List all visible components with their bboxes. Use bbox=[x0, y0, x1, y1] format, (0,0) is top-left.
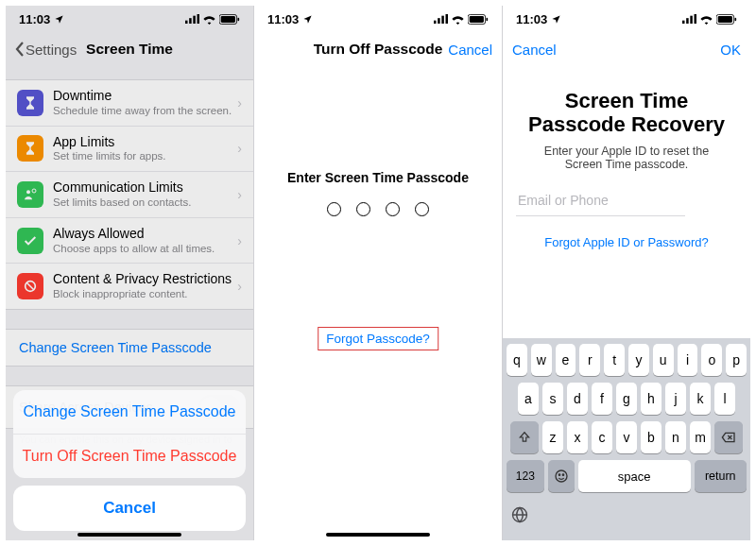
screen-settings: 11:03 Settings Screen Time bbox=[6, 6, 253, 540]
wifi-icon bbox=[699, 14, 713, 25]
cancel-button[interactable]: Cancel bbox=[448, 42, 492, 58]
row-downtime[interactable]: DowntimeSchedule time away from the scre… bbox=[6, 80, 253, 126]
letter-key[interactable]: k bbox=[690, 383, 711, 415]
letter-key[interactable]: h bbox=[641, 383, 662, 415]
cancel-button[interactable]: Cancel bbox=[512, 42, 557, 58]
row-sub: Choose apps to allow at all times. bbox=[53, 243, 237, 256]
letter-key[interactable]: r bbox=[579, 344, 600, 376]
svg-point-26 bbox=[562, 474, 563, 475]
chevron-right-icon: › bbox=[237, 187, 242, 202]
action-sheet: Change Screen Time Passcode Turn Off Scr… bbox=[13, 390, 246, 531]
letter-key[interactable]: c bbox=[592, 421, 612, 453]
checkmark-icon bbox=[17, 228, 43, 254]
shift-icon bbox=[518, 431, 531, 444]
keyboard-row: asdfghjkl bbox=[507, 383, 747, 415]
sheet-cancel[interactable]: Cancel bbox=[13, 486, 246, 531]
svg-rect-3 bbox=[198, 14, 200, 24]
svg-rect-23 bbox=[734, 17, 736, 20]
letter-key[interactable]: d bbox=[567, 383, 588, 415]
svg-rect-20 bbox=[695, 14, 697, 24]
letter-key[interactable]: n bbox=[665, 421, 686, 453]
home-indicator bbox=[326, 533, 430, 537]
letter-key[interactable]: y bbox=[628, 344, 649, 376]
apple-id-field[interactable] bbox=[516, 186, 685, 216]
backspace-key[interactable] bbox=[714, 421, 743, 453]
return-key[interactable]: return bbox=[695, 460, 747, 492]
emoji-key[interactable] bbox=[548, 460, 575, 492]
letter-key[interactable]: x bbox=[567, 421, 588, 453]
letter-key[interactable]: v bbox=[616, 421, 637, 453]
letter-key[interactable]: w bbox=[531, 344, 552, 376]
sheet-change-passcode[interactable]: Change Screen Time Passcode bbox=[13, 390, 246, 434]
status-time: 11:03 bbox=[19, 12, 50, 26]
nav-bar: Cancel OK bbox=[503, 32, 750, 66]
hourglass-icon bbox=[17, 135, 43, 162]
chevron-right-icon: › bbox=[237, 95, 242, 111]
space-key[interactable]: space bbox=[578, 460, 691, 492]
nav-bar: Settings Screen Time bbox=[6, 32, 253, 66]
svg-rect-5 bbox=[221, 16, 235, 23]
passcode-dot bbox=[356, 202, 370, 216]
signal-icon bbox=[682, 14, 696, 24]
row-always-allowed[interactable]: Always AllowedChoose apps to allow at al… bbox=[6, 217, 253, 264]
letter-key[interactable]: t bbox=[604, 344, 625, 376]
keyboard-row bbox=[507, 499, 747, 531]
sheet-turn-off-passcode[interactable]: Turn Off Screen Time Passcode bbox=[13, 434, 246, 478]
status-right bbox=[434, 14, 489, 25]
letter-key[interactable]: p bbox=[726, 344, 747, 376]
passcode-dots[interactable] bbox=[254, 202, 502, 216]
keyboard: qwertyuiop asdfghjkl zxcvbnm 123 space r… bbox=[503, 338, 750, 540]
keyboard-row: zxcvbnm bbox=[507, 421, 747, 453]
letter-key[interactable]: q bbox=[507, 344, 527, 376]
svg-rect-1 bbox=[189, 18, 192, 24]
letter-key[interactable]: u bbox=[653, 344, 674, 376]
row-title: Downtime bbox=[53, 88, 237, 104]
letter-key[interactable]: m bbox=[690, 421, 711, 453]
location-icon bbox=[54, 14, 64, 25]
row-communication-limits[interactable]: Communication LimitsSet limits based on … bbox=[6, 171, 253, 217]
letter-key[interactable]: b bbox=[641, 421, 662, 453]
nav-bar: Turn Off Passcode Cancel bbox=[254, 32, 502, 66]
emoji-icon bbox=[554, 469, 569, 484]
location-icon bbox=[551, 14, 561, 25]
row-title: App Limits bbox=[53, 134, 237, 150]
row-content-privacy[interactable]: Content & Privacy RestrictionsBlock inap… bbox=[6, 263, 253, 309]
letter-key[interactable]: o bbox=[701, 344, 722, 376]
row-app-limits[interactable]: App LimitsSet time limits for apps. › bbox=[6, 126, 253, 172]
letter-key[interactable]: z bbox=[542, 421, 563, 453]
forgot-passcode-link[interactable]: Forgot Passcode? bbox=[318, 327, 438, 350]
passcode-dot bbox=[386, 202, 400, 216]
svg-rect-0 bbox=[185, 21, 188, 24]
letter-key[interactable]: i bbox=[678, 344, 698, 376]
wifi-icon bbox=[202, 14, 216, 25]
svg-rect-22 bbox=[718, 16, 732, 23]
shift-key[interactable] bbox=[510, 421, 539, 453]
letter-key[interactable]: j bbox=[665, 383, 686, 415]
letter-key[interactable]: f bbox=[592, 383, 612, 415]
battery-icon bbox=[468, 14, 489, 25]
back-button[interactable]: Settings bbox=[15, 42, 77, 58]
globe-icon bbox=[510, 505, 529, 524]
back-label: Settings bbox=[26, 42, 77, 58]
numbers-key[interactable]: 123 bbox=[507, 460, 544, 492]
hourglass-icon bbox=[17, 90, 43, 116]
letter-key[interactable]: e bbox=[556, 344, 576, 376]
letter-key[interactable]: s bbox=[542, 383, 563, 415]
ok-button[interactable]: OK bbox=[720, 42, 741, 58]
letter-key[interactable]: l bbox=[714, 383, 735, 415]
signal-icon bbox=[185, 14, 199, 24]
svg-rect-19 bbox=[690, 16, 693, 24]
chevron-right-icon: › bbox=[237, 141, 242, 156]
svg-point-24 bbox=[556, 470, 567, 482]
letter-key[interactable]: a bbox=[518, 383, 539, 415]
change-passcode-link[interactable]: Change Screen Time Passcode bbox=[6, 329, 253, 367]
status-time: 11:03 bbox=[267, 12, 299, 26]
svg-rect-17 bbox=[682, 21, 685, 24]
forgot-apple-id-link[interactable]: Forgot Apple ID or Password? bbox=[503, 235, 750, 249]
person-bubble-icon bbox=[17, 181, 43, 208]
status-bar: 11:03 bbox=[254, 6, 502, 32]
globe-key[interactable] bbox=[507, 499, 533, 531]
status-bar: 11:03 bbox=[503, 6, 750, 32]
svg-rect-6 bbox=[237, 17, 239, 20]
letter-key[interactable]: g bbox=[616, 383, 637, 415]
